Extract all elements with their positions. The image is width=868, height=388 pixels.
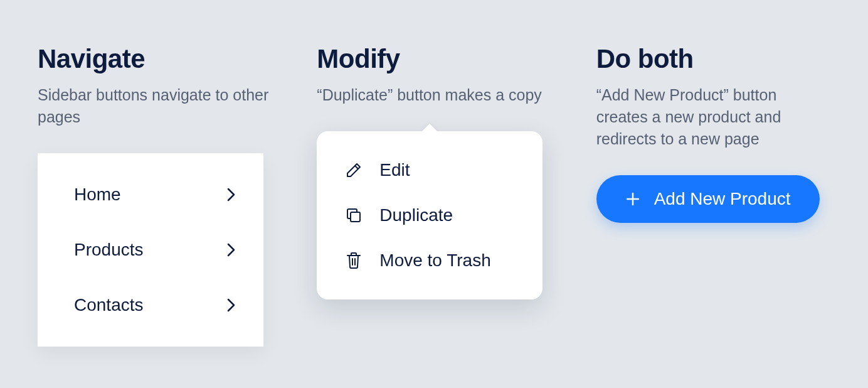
doboth-desc: “Add New Product” button creates a new p…: [596, 84, 830, 150]
menu-item-trash[interactable]: Move to Trash: [317, 238, 542, 283]
svg-rect-0: [351, 212, 360, 222]
sidebar-item-label: Home: [74, 185, 121, 205]
modify-title: Modify: [317, 44, 551, 74]
button-label: Add New Product: [654, 189, 791, 209]
sidebar-item-label: Contacts: [74, 295, 144, 315]
pencil-icon: [344, 161, 363, 179]
menu-item-duplicate[interactable]: Duplicate: [317, 193, 542, 238]
menu-item-edit[interactable]: Edit: [317, 148, 542, 193]
navigate-desc: Sidebar buttons navigate to other pages: [38, 84, 272, 128]
copy-icon: [344, 207, 363, 224]
sidebar-item-home[interactable]: Home: [38, 167, 263, 222]
context-menu: Edit Duplicate: [317, 131, 542, 299]
sidebar: Home Products Contacts: [38, 153, 263, 347]
menu-item-label: Edit: [379, 160, 410, 180]
column-modify: Modify “Duplicate” button makes a copy E…: [317, 44, 551, 347]
plus-icon: [625, 191, 640, 207]
chevron-right-icon: [227, 298, 236, 312]
trash-icon: [344, 251, 363, 270]
sidebar-item-label: Products: [74, 240, 144, 260]
menu-item-label: Duplicate: [379, 205, 453, 225]
add-new-product-button[interactable]: Add New Product: [596, 175, 820, 223]
menu-item-label: Move to Trash: [379, 251, 490, 271]
column-navigate: Navigate Sidebar buttons navigate to oth…: [38, 44, 272, 347]
chevron-right-icon: [227, 188, 236, 202]
modify-desc: “Duplicate” button makes a copy: [317, 84, 551, 106]
navigate-title: Navigate: [38, 44, 272, 74]
sidebar-item-contacts[interactable]: Contacts: [38, 278, 263, 333]
chevron-right-icon: [227, 243, 236, 257]
column-doboth: Do both “Add New Product” button creates…: [596, 44, 830, 347]
sidebar-item-products[interactable]: Products: [38, 222, 263, 278]
doboth-title: Do both: [596, 44, 830, 74]
